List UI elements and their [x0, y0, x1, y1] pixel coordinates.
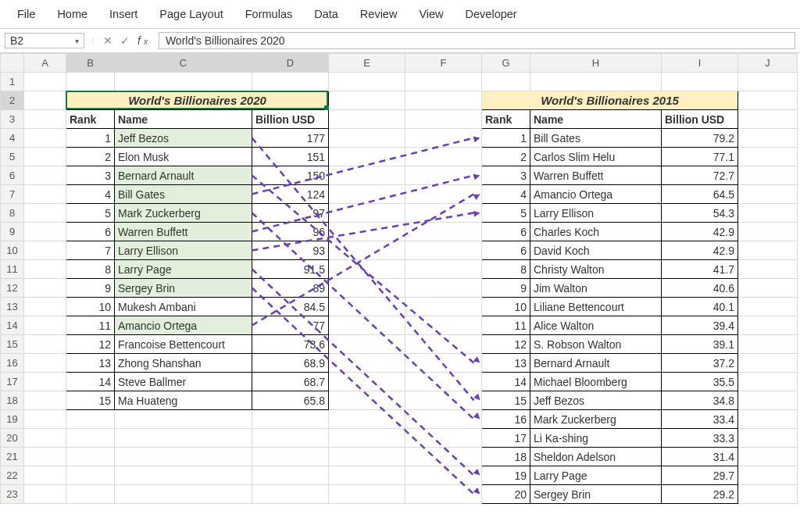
cell-A12[interactable]: [24, 279, 66, 298]
cell-E5[interactable]: [329, 148, 405, 166]
row-header-14[interactable]: 14: [1, 316, 24, 335]
cell-F5[interactable]: [405, 148, 482, 166]
cell-G18[interactable]: 15: [482, 391, 530, 410]
col-header-I[interactable]: I: [662, 54, 738, 73]
cell-A10[interactable]: [24, 241, 66, 260]
col-header-C[interactable]: C: [115, 54, 252, 73]
cell-A20[interactable]: [24, 429, 66, 448]
row-header-10[interactable]: 10: [1, 241, 24, 260]
cell-C19[interactable]: [115, 410, 252, 429]
cell-B19[interactable]: [66, 410, 115, 429]
cell-G5[interactable]: 2: [482, 148, 530, 166]
cell-F20[interactable]: [405, 429, 482, 448]
ribbon-tab-home[interactable]: Home: [46, 3, 98, 25]
accept-icon[interactable]: ✓: [117, 34, 133, 47]
row-header-3[interactable]: 3: [1, 110, 24, 129]
cell-E10[interactable]: [329, 241, 405, 260]
cell-I6[interactable]: 72.7: [662, 166, 738, 185]
row-header-22[interactable]: 22: [1, 466, 24, 485]
cell-H15[interactable]: S. Robson Walton: [530, 335, 662, 354]
cell-J23[interactable]: [738, 485, 798, 504]
cell-F1[interactable]: [405, 73, 482, 91]
row-header-8[interactable]: 8: [1, 204, 24, 223]
cell-G7[interactable]: 4: [482, 185, 530, 204]
cell-C5[interactable]: Elon Musk: [115, 148, 252, 166]
cell-I10[interactable]: 42.9: [662, 241, 738, 260]
cell-J8[interactable]: [738, 204, 798, 223]
cell-J21[interactable]: [738, 448, 798, 466]
cell-D4[interactable]: 177: [252, 129, 329, 148]
cell-F8[interactable]: [405, 204, 482, 223]
cell-H16[interactable]: Bernard Arnault: [530, 354, 662, 373]
cell-D7[interactable]: 124: [252, 185, 329, 204]
cell-C8[interactable]: Mark Zuckerberg: [115, 204, 252, 223]
cell-C10[interactable]: Larry Ellison: [115, 241, 252, 260]
cell-H3[interactable]: Name: [530, 110, 662, 129]
cell-H18[interactable]: Jeff Bezos: [530, 391, 662, 410]
row-header-11[interactable]: 11: [1, 260, 24, 279]
row-header-2[interactable]: 2: [1, 91, 24, 110]
cell-D8[interactable]: 97: [252, 204, 329, 223]
cell-C17[interactable]: Steve Ballmer: [115, 373, 252, 391]
cell-E7[interactable]: [329, 185, 405, 204]
cell-B9[interactable]: 6: [66, 223, 115, 241]
cell-F10[interactable]: [405, 241, 482, 260]
cell-J20[interactable]: [738, 429, 798, 448]
cell-G12[interactable]: 9: [482, 279, 530, 298]
cell-B15[interactable]: 12: [66, 335, 115, 354]
cell-D5[interactable]: 151: [252, 148, 329, 166]
cell-J4[interactable]: [738, 129, 798, 148]
spreadsheet-grid[interactable]: ABCDEFGHIJ12World's Billionaires 2020Wor…: [0, 53, 800, 504]
cell-A21[interactable]: [24, 448, 66, 466]
cell-C21[interactable]: [115, 448, 252, 466]
cell-D14[interactable]: 77: [252, 316, 329, 335]
cell-C1[interactable]: [115, 73, 252, 91]
cell-B4[interactable]: 1: [66, 129, 115, 148]
col-header-D[interactable]: D: [252, 54, 329, 73]
cell-C13[interactable]: Mukesh Ambani: [115, 298, 252, 316]
cell-A4[interactable]: [24, 129, 66, 148]
select-all-corner[interactable]: [1, 54, 24, 73]
cell-A22[interactable]: [24, 466, 66, 485]
cell-E9[interactable]: [329, 223, 405, 241]
cell-H9[interactable]: Charles Koch: [530, 223, 662, 241]
cell-E18[interactable]: [329, 391, 405, 410]
cell-G6[interactable]: 3: [482, 166, 530, 185]
cell-C23[interactable]: [115, 485, 252, 504]
cell-I16[interactable]: 37.2: [662, 354, 738, 373]
cell-F6[interactable]: [405, 166, 482, 185]
row-header-16[interactable]: 16: [1, 354, 24, 373]
cell-A5[interactable]: [24, 148, 66, 166]
cell-B12[interactable]: 9: [66, 279, 115, 298]
cell-A8[interactable]: [24, 204, 66, 223]
cell-J2[interactable]: [738, 91, 798, 110]
cell-E6[interactable]: [329, 166, 405, 185]
cell-G9[interactable]: 6: [482, 223, 530, 241]
cell-D18[interactable]: 65.8: [252, 391, 329, 410]
cell-G4[interactable]: 1: [482, 129, 530, 148]
cell-A15[interactable]: [24, 335, 66, 354]
cell-A13[interactable]: [24, 298, 66, 316]
cell-C6[interactable]: Bernard Arnault: [115, 166, 252, 185]
cell-C9[interactable]: Warren Buffett: [115, 223, 252, 241]
col-header-J[interactable]: J: [738, 54, 798, 73]
cell-F16[interactable]: [405, 354, 482, 373]
cell-G11[interactable]: 8: [482, 260, 530, 279]
cell-E3[interactable]: [329, 110, 405, 129]
col-header-F[interactable]: F: [405, 54, 482, 73]
cell-I8[interactable]: 54.3: [662, 204, 738, 223]
cell-B8[interactable]: 5: [66, 204, 115, 223]
cell-A14[interactable]: [24, 316, 66, 335]
cell-A9[interactable]: [24, 223, 66, 241]
cell-B2[interactable]: World's Billionaires 2020: [66, 91, 329, 110]
cell-B23[interactable]: [66, 485, 115, 504]
cell-H7[interactable]: Amancio Ortega: [530, 185, 662, 204]
cell-H22[interactable]: Larry Page: [530, 466, 662, 485]
cell-D17[interactable]: 68.7: [252, 373, 329, 391]
cell-G15[interactable]: 12: [482, 335, 530, 354]
cell-G14[interactable]: 11: [482, 316, 530, 335]
cell-A19[interactable]: [24, 410, 66, 429]
cell-A7[interactable]: [24, 185, 66, 204]
cell-D19[interactable]: [252, 410, 329, 429]
cell-I3[interactable]: Billion USD: [662, 110, 738, 129]
